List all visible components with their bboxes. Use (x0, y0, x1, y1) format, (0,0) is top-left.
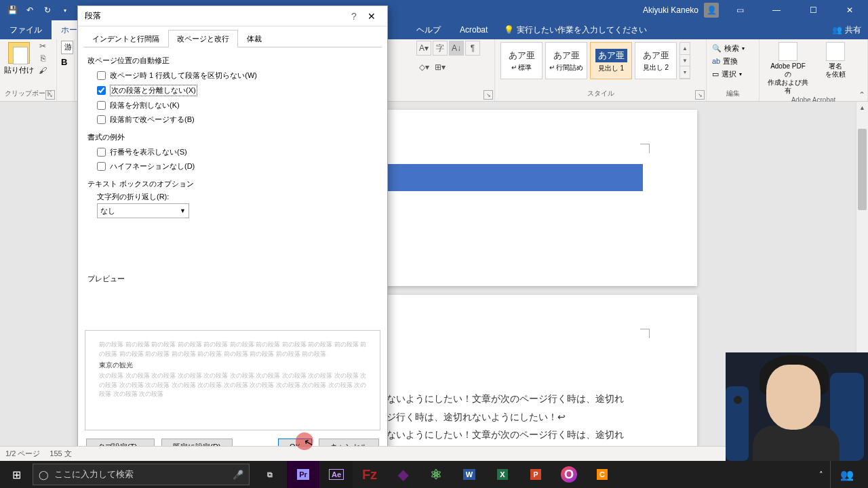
group-clipboard: 貼り付け ✂ ⎘ 🖌 クリップボード ↘ (0, 39, 57, 101)
lightbulb-icon: 💡 (504, 25, 514, 35)
preview-label: プレビュー (87, 274, 378, 284)
word-icon[interactable]: W (453, 461, 486, 488)
replace-button[interactable]: ab置換 (712, 55, 753, 67)
style-normal[interactable]: あア亜↵ 標準 (500, 42, 542, 79)
premiere-icon[interactable]: Pr (287, 461, 319, 488)
redo-icon[interactable]: ↻ (39, 2, 56, 18)
wrap-select[interactable]: なし ▼ (97, 203, 189, 218)
close-window-icon[interactable]: ✕ (834, 0, 865, 20)
start-button[interactable]: ⊞ (0, 461, 33, 488)
style-nospace[interactable]: あア亜↵ 行間詰め (545, 42, 587, 79)
group-styles: あア亜↵ 標準 あア亜↵ 行間詰め あア亜見出し 1 あア亜見出し 2 ▲▼▾ … (495, 39, 707, 101)
tab-file[interactable]: ファイル (0, 20, 52, 39)
tell-me-search[interactable]: 💡 実行したい作業を入力してください (504, 24, 647, 36)
qat-dropdown-icon[interactable]: ▾ (57, 2, 73, 18)
minimize-icon[interactable]: — (761, 0, 792, 20)
tab-indent[interactable]: インデントと行間隔 (83, 30, 168, 47)
aftereffects-icon[interactable]: Ae (320, 461, 353, 488)
shading-icon[interactable]: ◇▾ (416, 60, 431, 75)
undo-icon[interactable]: ↶ (22, 2, 38, 18)
dialog-launcher-icon[interactable]: ↘ (484, 90, 493, 100)
tab-acrobat[interactable]: Acrobat (450, 20, 497, 39)
taskbar: ⊞ ◯ ここに入力して検索 🎤 ⧉ Pr Ae Fz ◆ ⚛ W X P O C… (0, 461, 868, 488)
check-suppress-linenum[interactable]: 行番号を表示しない(S) (87, 145, 378, 159)
user-avatar-icon[interactable]: 👤 (704, 3, 719, 18)
tab-layout[interactable]: 体裁 (238, 30, 271, 47)
cut-icon[interactable]: ✂ (37, 41, 49, 52)
opera-icon[interactable]: O (553, 461, 585, 488)
sort-icon[interactable]: A↓ (449, 41, 464, 56)
people-icon[interactable]: 👥 (830, 461, 863, 488)
word-count[interactable]: 155 文 (50, 449, 71, 459)
system-tray[interactable]: ˄ 👥 (819, 461, 868, 488)
text-effects-icon[interactable]: A▾ (416, 41, 431, 56)
copy-icon[interactable]: ⎘ (37, 53, 49, 64)
check-no-hyphen[interactable]: ハイフネーションなし(D) (87, 159, 378, 174)
preview-box: 前の段落 前の段落 前の段落 前の段落 前の段落 前の段落 前の段落 前の段落 … (85, 330, 380, 430)
find-button[interactable]: 🔍検索▾ (712, 42, 753, 54)
group-editing: 🔍検索▾ ab置換 ▭選択▾ 編集 (707, 39, 760, 101)
style-gallery-scroll[interactable]: ▲▼▾ (679, 42, 690, 79)
atom-icon[interactable]: ⚛ (420, 461, 452, 488)
show-marks-icon[interactable]: ¶ (465, 41, 480, 56)
char-border-icon[interactable]: 字 (433, 41, 448, 56)
bold-button[interactable]: B (61, 57, 67, 67)
camtasia-icon[interactable]: C (586, 461, 618, 488)
task-view-icon[interactable]: ⧉ (254, 461, 286, 488)
dialog-launcher-icon[interactable]: ↘ (695, 90, 705, 100)
borders-icon[interactable]: ⊞▾ (433, 60, 448, 75)
tray-chevron-icon[interactable]: ˄ (819, 470, 823, 479)
section-formatting: 書式の例外 (87, 132, 378, 142)
share-button[interactable]: 👥 共有 (825, 24, 868, 36)
check-keep-with-next[interactable]: 次の段落と分離しない(X) (87, 83, 378, 98)
tab-pagebreak[interactable]: 改ページと改行 (168, 30, 238, 47)
section-pagination: 改ページ位置の自動修正 (87, 56, 378, 66)
collapse-ribbon-icon[interactable]: ⌃ (859, 90, 865, 100)
page-indicator[interactable]: 1/2 ページ (5, 449, 40, 459)
powerpoint-icon[interactable]: P (519, 461, 552, 488)
pdf-icon (778, 42, 797, 61)
quick-access-toolbar: 💾 ↶ ↻ ▾ (0, 2, 77, 18)
group-acrobat: Adobe PDF の 作成および共有 署名 を依頼 Adobe Acrobat (760, 39, 868, 101)
excel-icon[interactable]: X (486, 461, 519, 488)
create-pdf-button[interactable]: Adobe PDF の 作成および共有 (766, 42, 810, 95)
close-icon[interactable]: ✕ (363, 7, 380, 25)
check-widow[interactable]: 改ページ時 1 行残して段落を区切らない(W) (87, 68, 378, 83)
tab-help[interactable]: ヘルプ (407, 20, 450, 39)
signature-icon (826, 42, 845, 61)
style-heading2[interactable]: あア亜見出し 2 (635, 42, 677, 79)
chevron-down-icon: ▼ (180, 207, 186, 214)
group-paragraph-partial: A▾ 字 A↓ ¶ ◇▾ ⊞▾ ↘ (412, 39, 495, 101)
filezilla-icon[interactable]: Fz (353, 461, 386, 488)
request-signature-button[interactable]: 署名 を依頼 (814, 42, 857, 95)
select-button[interactable]: ▭選択▾ (712, 68, 753, 80)
dialog-launcher-icon[interactable]: ↘ (45, 90, 55, 100)
visualstudio-icon[interactable]: ◆ (387, 461, 419, 488)
save-icon[interactable]: 💾 (4, 2, 20, 18)
margin-marker (640, 144, 650, 153)
dialog-tabs: インデントと行間隔 改ページと改行 体裁 (83, 29, 382, 47)
help-icon[interactable]: ? (345, 7, 363, 25)
mic-icon[interactable]: 🎤 (233, 470, 243, 480)
ribbon-display-icon[interactable]: ▭ (724, 0, 755, 20)
select-icon: ▭ (712, 70, 719, 79)
share-icon: 👥 (832, 25, 842, 35)
paste-button[interactable]: 貼り付け (4, 41, 34, 75)
style-gallery[interactable]: あア亜↵ 標準 あア亜↵ 行間詰め あア亜見出し 1 あア亜見出し 2 ▲▼▾ (499, 41, 692, 81)
section-textbox: テキスト ボックスのオプション (87, 179, 378, 189)
webcam-overlay (726, 352, 868, 461)
check-keep-together[interactable]: 段落を分割しない(K) (87, 98, 378, 113)
search-icon: 🔍 (712, 44, 722, 53)
margin-marker (640, 329, 650, 338)
style-heading1[interactable]: あア亜見出し 1 (590, 42, 632, 79)
paste-icon (8, 42, 30, 64)
format-painter-icon[interactable]: 🖌 (37, 65, 49, 76)
wrap-label: 文字列の折り返し(R): (87, 192, 378, 202)
maximize-icon[interactable]: ☐ (797, 0, 829, 20)
scroll-down-icon: ▼ (680, 55, 690, 67)
scroll-up-icon[interactable]: ▲ (856, 102, 868, 114)
taskbar-search[interactable]: ◯ ここに入力して検索 🎤 (33, 464, 250, 485)
font-name-field[interactable]: 游 (61, 41, 73, 54)
scroll-thumb[interactable] (858, 129, 867, 210)
check-page-before[interactable]: 段落前で改ページする(B) (87, 113, 378, 127)
